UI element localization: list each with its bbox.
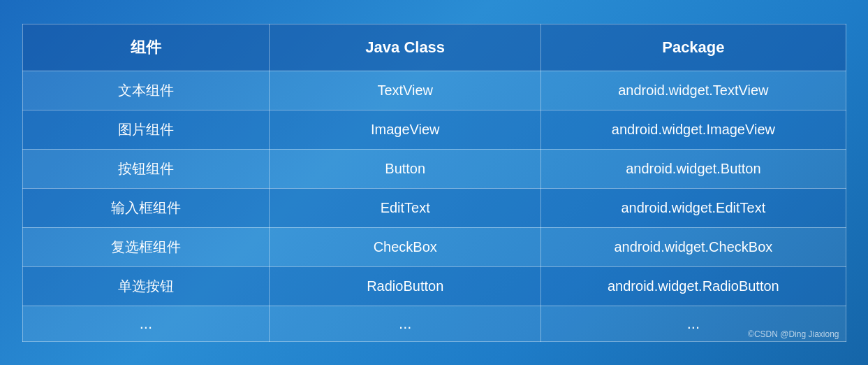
cell-package: android.widget.EditText	[541, 188, 846, 227]
cell-java-class: EditText	[270, 188, 541, 227]
cell-java-class: TextView	[270, 71, 541, 110]
table-row: 输入框组件EditTextandroid.widget.EditText	[22, 188, 846, 227]
cell-component: 文本组件	[22, 71, 270, 110]
table-row: 图片组件ImageViewandroid.widget.ImageView	[22, 110, 846, 149]
table-row: 按钮组件Buttonandroid.widget.Button	[22, 149, 846, 188]
cell-component: 输入框组件	[22, 188, 270, 227]
header-component: 组件	[22, 24, 270, 71]
cell-package: android.widget.Button	[541, 149, 846, 188]
cell-package: android.widget.ImageView	[541, 110, 846, 149]
header-java-class: Java Class	[270, 24, 541, 71]
table-row: 单选按钮RadioButtonandroid.widget.RadioButto…	[22, 266, 846, 306]
android-widgets-table: 组件 Java Class Package 文本组件TextViewandroi…	[22, 24, 846, 342]
copyright-text: ©CSDN @Ding Jiaxiong	[748, 329, 839, 339]
cell-component: 单选按钮	[22, 266, 270, 306]
cell-package: android.widget.TextView	[541, 71, 846, 110]
cell-java-class: CheckBox	[270, 227, 541, 266]
cell-package: android.widget.CheckBox	[541, 227, 846, 266]
cell-package: android.widget.RadioButton	[541, 266, 846, 306]
cell-java-class: Button	[270, 149, 541, 188]
table-row: .........	[22, 306, 846, 341]
cell-java-class: ImageView	[270, 110, 541, 149]
cell-java-class: ...	[270, 306, 541, 341]
table-row: 复选框组件CheckBoxandroid.widget.CheckBox	[22, 227, 846, 266]
header-package: Package	[541, 24, 846, 71]
cell-component: ...	[22, 306, 270, 341]
table-header-row: 组件 Java Class Package	[22, 24, 846, 71]
table-row: 文本组件TextViewandroid.widget.TextView	[22, 71, 846, 110]
table-wrapper: 组件 Java Class Package 文本组件TextViewandroi…	[22, 24, 846, 342]
cell-java-class: RadioButton	[270, 266, 541, 306]
cell-component: 按钮组件	[22, 149, 270, 188]
cell-component: 图片组件	[22, 110, 270, 149]
cell-component: 复选框组件	[22, 227, 270, 266]
